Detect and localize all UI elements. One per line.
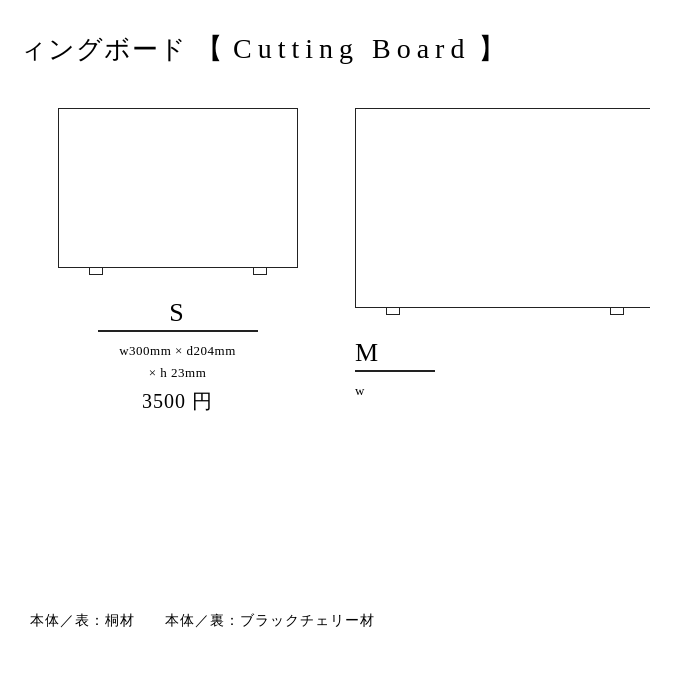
feet-m [356,307,650,315]
page: ィングボード 【 Cutting Board 】 S w300mm × d204… [0,0,680,680]
header: ィングボード 【 Cutting Board 】 [20,30,650,68]
board-diagram-s [58,108,298,268]
size-divider-m [355,370,435,372]
foot-left-s [89,267,103,275]
header-bracket-close: 】 [478,30,508,68]
foot-right-s [253,267,267,275]
dimensions-m: w [355,380,365,402]
dim-line2-s: × h 23mm [149,365,207,380]
foot-left-m [386,307,400,315]
size-divider-s [98,330,258,332]
product-m-wrapper: M w [335,108,650,402]
dimensions-s: w300mm × d204mm × h 23mm [119,340,236,384]
price-s: 3500 円 [142,388,213,415]
header-en: Cutting Board [233,33,470,65]
feet-s [59,267,297,275]
dim-line1-s: w300mm × d204mm [119,343,236,358]
materials: 本体／表：桐材 本体／裏：ブラックチェリー材 [30,612,375,630]
foot-right-m [610,307,624,315]
material-back: 本体／裏：ブラックチェリー材 [165,612,375,630]
products-row: S w300mm × d204mm × h 23mm 3500 円 M [20,108,650,415]
product-s: S w300mm × d204mm × h 23mm 3500 円 [20,108,335,415]
header-bracket-open: 【 [195,30,225,68]
board-diagram-m [355,108,650,308]
material-front: 本体／表：桐材 [30,612,135,630]
product-m: M w [335,108,650,402]
dim-line1-m: w [355,383,365,398]
size-label-m: M [355,338,380,368]
header-jp: ィングボード [20,32,187,67]
size-label-s: S [169,298,185,328]
